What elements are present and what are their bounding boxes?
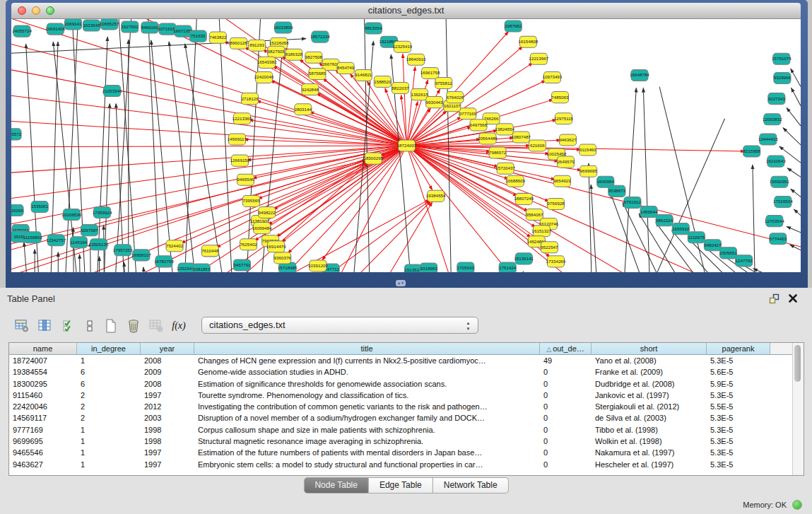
table-row[interactable]: 977716911998Corpus callosum shape and si… <box>9 424 793 436</box>
table-cell[interactable]: 2 <box>77 412 141 424</box>
table-cell[interactable]: Franke et al. (2009) <box>592 366 707 378</box>
column-header-short[interactable]: short <box>592 343 707 355</box>
graph-node[interactable]: 15135141 <box>514 253 534 264</box>
table-cell[interactable]: 5.3E-5 <box>707 390 770 401</box>
graph-edge[interactable] <box>257 101 406 146</box>
table-cell[interactable]: 0 <box>540 424 592 436</box>
table-cell[interactable]: 18300295 <box>9 378 77 390</box>
table-cell[interactable]: 1997 <box>141 447 194 458</box>
graph-node[interactable]: 12213967 <box>529 53 549 64</box>
graph-node[interactable]: 9522547 <box>541 242 558 253</box>
scrollbar-thumb[interactable] <box>794 345 801 382</box>
graph-edge[interactable] <box>589 163 592 272</box>
table-cell[interactable]: 0 <box>540 459 592 470</box>
graph-edge[interactable] <box>753 269 801 272</box>
graph-node[interactable]: 9465546 <box>237 174 254 185</box>
graph-node[interactable]: 9457791 <box>233 259 251 271</box>
table-cell[interactable]: 2003 <box>141 412 194 424</box>
graph-node[interactable]: 9862324 <box>656 215 673 226</box>
graph-node[interactable]: 12444415 <box>758 134 778 145</box>
graph-edge[interactable] <box>792 88 801 105</box>
graph-node[interactable]: 16958107 <box>131 250 151 261</box>
graph-edge[interactable] <box>317 93 407 146</box>
graph-edge[interactable] <box>11 146 407 147</box>
graph-edge[interactable] <box>64 19 78 272</box>
network-view-canvas[interactable]: 2405572420691406206914116335451065525715… <box>11 19 801 272</box>
graph-edge[interactable] <box>791 69 801 86</box>
graph-node[interactable]: 9463627 <box>559 134 577 146</box>
table-cell[interactable]: Structural magnetic resonance image aver… <box>194 436 540 447</box>
tab-edge-table[interactable]: Edge Table <box>369 477 433 493</box>
graph-node[interactable]: 8960128 <box>230 37 247 49</box>
column-header-in_degree[interactable]: in_degree <box>77 343 141 355</box>
table-cell[interactable]: Estimation of significance thresholds fo… <box>194 378 540 390</box>
graph-edge[interactable] <box>245 19 261 272</box>
table-cell[interactable]: 0 <box>540 390 592 401</box>
graph-node[interactable]: 2087682 <box>505 21 522 32</box>
graph-node[interactable]: 15720437 <box>495 163 515 174</box>
graph-node[interactable]: 16648784 <box>630 69 649 81</box>
graph-node[interactable]: 15751074 <box>772 53 792 64</box>
unselect-all-icon[interactable] <box>81 316 99 336</box>
table-cell[interactable]: Tibbo et al. (1998) <box>592 424 707 436</box>
graph-node[interactable]: 8454749 <box>337 62 355 74</box>
table-cell[interactable]: Disruption of a novel member of a sodium… <box>194 412 540 424</box>
graph-node[interactable]: 9755812 <box>435 77 453 88</box>
table-cell[interactable]: 2 <box>77 390 141 401</box>
graph-node[interactable]: 1705343 <box>457 262 475 272</box>
table-cell[interactable]: 2008 <box>141 355 194 366</box>
graph-edge[interactable] <box>403 54 407 146</box>
graph-edge[interactable] <box>407 146 801 254</box>
graph-edge[interactable] <box>143 267 146 272</box>
close-panel-icon[interactable] <box>788 293 798 303</box>
graph-node[interactable]: 24055724 <box>12 25 32 37</box>
table-row[interactable]: 1456911722003Disruption of a novel membe… <box>9 412 793 424</box>
table-cell[interactable]: 1 <box>77 436 141 447</box>
table-cell[interactable]: Hescheler et al. (1997) <box>592 459 707 470</box>
graph-node[interactable]: 16151327 <box>532 226 552 237</box>
graph-node[interactable]: 1145194 <box>70 237 87 248</box>
table-cell[interactable]: Nakamura et al. (1997) <box>592 447 707 458</box>
graph-node[interactable]: 12975115 <box>554 113 574 124</box>
graph-node[interactable]: 16033809 <box>273 22 293 33</box>
graph-node[interactable]: 2718126 <box>241 93 259 105</box>
graph-edge[interactable] <box>80 255 81 272</box>
graph-node[interactable]: 9397587 <box>81 225 98 236</box>
graph-edge[interactable] <box>73 228 73 272</box>
graph-node[interactable]: 8215958 <box>743 146 761 157</box>
table-cell[interactable]: 9115460 <box>9 390 77 401</box>
graph-edge[interactable] <box>643 88 650 272</box>
graph-node[interactable]: 15692951 <box>770 176 789 187</box>
graph-node[interactable]: 18572234 <box>310 31 330 42</box>
table-row[interactable]: 946362711997Embryonic stem cells: a mode… <box>9 459 793 470</box>
graph-node[interactable]: 6497568 <box>470 119 488 131</box>
table-cell[interactable]: Tourette syndrome. Phenomenology and cla… <box>194 390 540 401</box>
table-cell[interactable]: Investigating the contribution of common… <box>194 401 540 412</box>
graph-node[interactable]: 18640910 <box>406 54 426 65</box>
graph-node[interactable]: 22420046 <box>254 71 274 83</box>
table-cell[interactable]: 1 <box>77 447 141 458</box>
new-column-icon[interactable] <box>102 316 120 336</box>
graph-node[interactable]: 16914479 <box>266 241 286 252</box>
graph-node[interactable]: 9538873 <box>608 185 626 197</box>
graph-node[interactable]: 2649579 <box>557 156 575 168</box>
graph-edge[interactable] <box>151 40 175 272</box>
table-cell[interactable]: 49 <box>540 355 592 366</box>
graph-node[interactable]: 9146821 <box>355 69 372 81</box>
graph-node[interactable]: 9318963 <box>420 263 438 272</box>
graph-edge[interactable] <box>148 19 160 272</box>
table-cell[interactable]: Estimation of the future numbers of pati… <box>194 447 540 458</box>
table-cell[interactable]: 0 <box>540 436 592 447</box>
table-cell[interactable]: Embryonic stem cells: a model to study s… <box>194 459 540 470</box>
graph-node[interactable]: 1247793 <box>736 255 753 267</box>
graph-node[interactable]: 9827505 <box>268 46 286 57</box>
graph-edge[interactable] <box>753 165 755 272</box>
table-cell[interactable]: 0 <box>540 378 592 390</box>
table-cell[interactable]: Jankovic et al. (1997) <box>592 390 707 401</box>
table-row[interactable]: 946554611997Estimation of the future num… <box>9 447 793 458</box>
table-cell[interactable]: Stergiakouli et al. (2012) <box>592 401 707 412</box>
table-cell[interactable]: de Silva et al. (2003) <box>592 412 707 424</box>
graph-node[interactable]: 18807249 <box>514 193 534 204</box>
graph-node[interactable]: 9115460 <box>579 144 596 156</box>
table-cell[interactable]: 5.3E-5 <box>707 447 770 458</box>
